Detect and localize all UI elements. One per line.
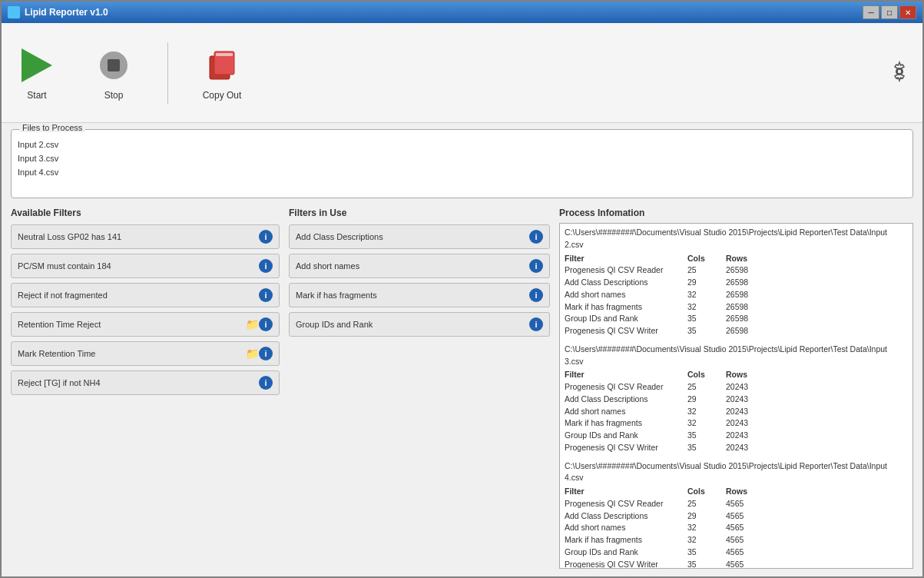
list-item: Input 2.csv xyxy=(18,138,906,151)
start-label: Start xyxy=(27,90,46,101)
list-item: PC/SM must contain 184 i xyxy=(11,254,280,278)
copy-out-icon xyxy=(202,45,242,85)
list-item: Group IDs and Rank i xyxy=(289,312,550,337)
copyout-button[interactable]: Copy Out xyxy=(199,45,245,101)
settings-button[interactable] xyxy=(889,61,910,85)
list-item: Mark if has fragments i xyxy=(289,283,550,307)
files-section: Files to Process Input 2.csv Input 3.csv… xyxy=(11,129,913,198)
window-controls: ─ □ ✕ xyxy=(863,5,916,19)
filter-label: PC/SM must contain 184 xyxy=(18,261,111,271)
process-info-panel: Process Infomation C:\Users\########\Doc… xyxy=(559,208,913,570)
close-button[interactable]: ✕ xyxy=(899,5,916,19)
list-item: Retention Time Reject 📁 i xyxy=(11,312,280,337)
process-info-title: Process Infomation xyxy=(559,208,913,218)
filter-label: Mark Retention Time xyxy=(18,349,95,358)
process-content[interactable]: C:\Users\########\Documents\Visual Studi… xyxy=(559,223,913,569)
info-button[interactable]: i xyxy=(529,230,543,244)
svg-rect-2 xyxy=(216,53,233,56)
list-item: Add short names i xyxy=(289,254,550,278)
available-filters-title: Available Filters xyxy=(11,208,280,218)
folder-icon: 📁 xyxy=(246,318,259,331)
info-button[interactable]: i xyxy=(259,317,273,331)
filter-label: Reject if not fragmented xyxy=(18,291,108,300)
list-item: Input 3.csv xyxy=(18,151,906,165)
start-icon xyxy=(17,45,57,85)
filter-label: Reject [TG] if not NH4 xyxy=(18,378,101,387)
main-window: Lipid Reporter v1.0 ─ □ ✕ Start Stop xyxy=(0,0,924,578)
info-button[interactable]: i xyxy=(259,288,273,302)
title-bar: Lipid Reporter v1.0 ─ □ ✕ xyxy=(2,2,922,23)
info-button[interactable]: i xyxy=(259,347,273,360)
app-icon xyxy=(8,6,20,18)
window-title: Lipid Reporter v1.0 xyxy=(25,7,108,18)
info-button[interactable]: i xyxy=(259,230,273,244)
svg-point-4 xyxy=(897,69,902,74)
list-item: Input 4.csv xyxy=(18,165,906,179)
copyout-label: Copy Out xyxy=(203,90,242,101)
stop-icon-container xyxy=(94,45,134,85)
info-button[interactable]: i xyxy=(529,259,543,273)
filter-label: Mark if has fragments xyxy=(296,291,377,300)
lower-section: Available Filters Neutral Loss GP02 has … xyxy=(11,208,913,570)
main-content: Files to Process Input 2.csv Input 3.csv… xyxy=(2,123,922,576)
filter-label: Add Class Descriptions xyxy=(296,232,383,241)
list-item: Neutral Loss GP02 has 141 i xyxy=(11,224,280,249)
info-button[interactable]: i xyxy=(259,376,273,390)
files-legend: Files to Process xyxy=(19,123,85,132)
folder-icon: 📁 xyxy=(246,347,259,360)
filters-in-use-title: Filters in Use xyxy=(289,208,550,218)
list-item: Mark Retention Time 📁 i xyxy=(11,341,280,366)
stop-button[interactable]: Stop xyxy=(91,45,137,101)
filters-in-use-panel: Filters in Use Add Class Descriptions i … xyxy=(289,208,550,570)
info-button[interactable]: i xyxy=(259,259,273,273)
list-item: Reject if not fragmented i xyxy=(11,283,280,307)
stop-label: Stop xyxy=(104,90,124,101)
filter-label: Group IDs and Rank xyxy=(296,320,373,329)
files-list: Input 2.csv Input 3.csv Input 4.csv xyxy=(18,138,906,179)
start-button[interactable]: Start xyxy=(14,45,60,101)
list-item: Add Class Descriptions i xyxy=(289,224,550,249)
filter-label: Add short names xyxy=(296,261,359,271)
toolbar: Start Stop Copy Out xyxy=(2,23,922,123)
maximize-button[interactable]: □ xyxy=(881,5,898,19)
info-button[interactable]: i xyxy=(529,288,543,302)
minimize-button[interactable]: ─ xyxy=(863,5,879,19)
toolbar-divider xyxy=(167,42,168,104)
list-item: Reject [TG] if not NH4 i xyxy=(11,370,280,395)
filter-label: Retention Time Reject xyxy=(18,320,101,329)
info-button[interactable]: i xyxy=(529,317,543,331)
filter-label: Neutral Loss GP02 has 141 xyxy=(18,232,121,241)
available-filters-panel: Available Filters Neutral Loss GP02 has … xyxy=(11,208,280,570)
